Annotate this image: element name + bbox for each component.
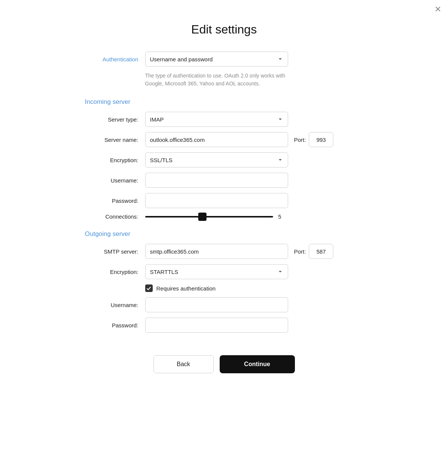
connections-row: Connections: 5 <box>85 213 363 220</box>
back-button[interactable]: Back <box>153 355 214 373</box>
incoming-encryption-row: Encryption: SSL/TLS STARTTLS None <box>85 152 363 167</box>
incoming-server-label: Incoming server <box>85 98 363 106</box>
requires-auth-row: Requires authentication <box>145 284 363 292</box>
continue-button[interactable]: Continue <box>220 355 295 373</box>
authentication-section: Authentication Username and password OAu… <box>85 52 363 88</box>
authentication-select[interactable]: Username and password OAuth 2.0 <box>145 52 288 67</box>
incoming-username-row: Username: <box>85 173 363 188</box>
incoming-port-label: Port: <box>294 137 306 143</box>
outgoing-password-input[interactable] <box>145 318 288 333</box>
requires-auth-checkbox[interactable] <box>145 284 153 292</box>
outgoing-password-row: Password: <box>85 318 363 333</box>
outgoing-port-group: Port: <box>294 244 334 259</box>
page-title: Edit settings <box>85 23 363 36</box>
server-type-select[interactable]: IMAP POP3 <box>145 112 288 127</box>
outgoing-port-input[interactable] <box>309 244 333 259</box>
outgoing-encryption-select[interactable]: STARTTLS SSL/TLS None <box>145 264 288 279</box>
outgoing-port-label: Port: <box>294 248 306 255</box>
incoming-encryption-label: Encryption: <box>85 157 145 163</box>
outgoing-username-label: Username: <box>85 302 145 308</box>
connections-value: 5 <box>278 213 281 220</box>
edit-settings-dialog: Edit settings Authentication Username an… <box>62 8 386 403</box>
server-name-row: Server name: Port: <box>85 132 363 147</box>
outgoing-username-row: Username: <box>85 297 363 312</box>
server-type-row: Server type: IMAP POP3 <box>85 112 363 127</box>
incoming-port-input[interactable] <box>309 132 333 147</box>
outgoing-server-section: Outgoing server SMTP server: Port: Encry… <box>85 230 363 333</box>
incoming-encryption-select[interactable]: SSL/TLS STARTTLS None <box>145 152 288 167</box>
close-button[interactable]: ✕ <box>434 5 441 14</box>
smtp-server-input[interactable] <box>145 244 288 259</box>
connections-label: Connections: <box>85 213 145 220</box>
button-row: Back Continue <box>85 355 363 388</box>
requires-auth-label: Requires authentication <box>156 285 216 292</box>
smtp-server-row: SMTP server: Port: <box>85 244 363 259</box>
outgoing-encryption-label: Encryption: <box>85 269 145 275</box>
incoming-password-row: Password: <box>85 193 363 208</box>
server-name-input[interactable] <box>145 132 288 147</box>
smtp-server-label: SMTP server: <box>85 248 145 255</box>
authentication-hint: The type of authentication to use. OAuth… <box>145 72 288 88</box>
incoming-password-input[interactable] <box>145 193 288 208</box>
server-name-label: Server name: <box>85 137 145 143</box>
outgoing-username-input[interactable] <box>145 297 288 312</box>
outgoing-server-label: Outgoing server <box>85 230 363 238</box>
incoming-username-input[interactable] <box>145 173 288 188</box>
incoming-password-label: Password: <box>85 198 145 204</box>
incoming-port-group: Port: <box>294 132 334 147</box>
connections-slider-container: 5 <box>145 213 303 220</box>
outgoing-encryption-row: Encryption: STARTTLS SSL/TLS None <box>85 264 363 279</box>
server-type-label: Server type: <box>85 116 145 123</box>
authentication-label: Authentication <box>85 56 145 62</box>
authentication-row: Authentication Username and password OAu… <box>85 52 363 67</box>
incoming-username-label: Username: <box>85 177 145 184</box>
incoming-server-section: Incoming server Server type: IMAP POP3 S… <box>85 98 363 220</box>
connections-slider[interactable] <box>145 216 273 217</box>
outgoing-password-label: Password: <box>85 322 145 328</box>
